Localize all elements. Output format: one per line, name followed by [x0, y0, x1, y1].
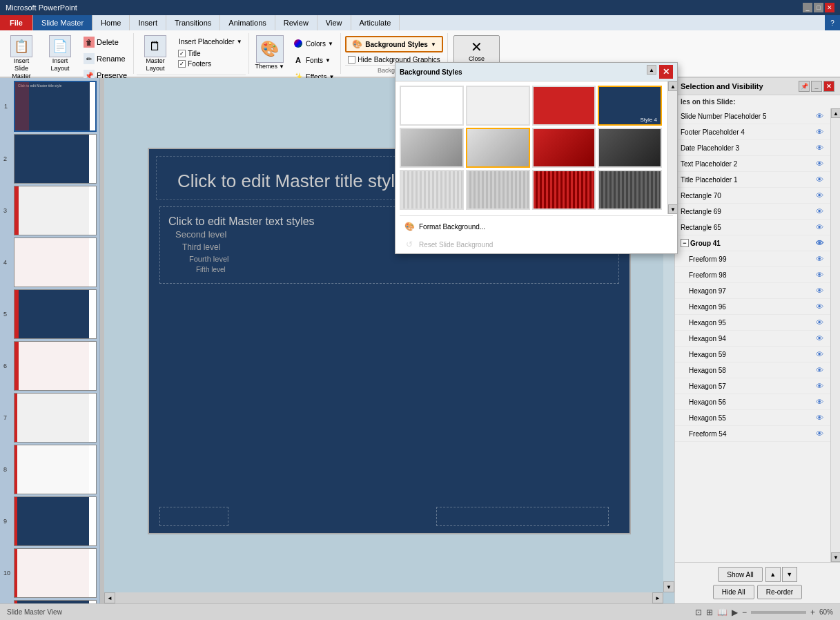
slide-thumb-8[interactable]: 8 — [14, 445, 97, 494]
insert-layout-button[interactable]: 📄 Insert Layout — [41, 33, 79, 75]
layer-item-slide-num[interactable]: Slide Number Placeholder 5 👁 — [675, 108, 830, 124]
format-background-item[interactable]: 🎨 Format Background... — [395, 217, 677, 235]
rename-button[interactable]: ✏ Rename — [80, 51, 130, 66]
visibility-eye-11[interactable]: 👁 — [814, 285, 825, 296]
visibility-eye-13[interactable]: 👁 — [814, 317, 825, 328]
visibility-eye-17[interactable]: 👁 — [814, 380, 825, 391]
visibility-eye-14[interactable]: 👁 — [814, 333, 825, 344]
layer-down-button[interactable]: ▼ — [782, 567, 797, 582]
layer-item-hex97[interactable]: Hexagon 97 👁 — [675, 283, 830, 299]
slide-thumb-6[interactable]: 6 — [14, 341, 97, 391]
themes-button[interactable]: 🎨 Themes ▼ — [252, 33, 288, 72]
view-slideshow-btn[interactable]: ▶ — [732, 608, 738, 617]
visibility-eye-8[interactable]: 👁 — [814, 238, 825, 249]
panel-close-btn[interactable]: ✕ — [823, 81, 834, 92]
tab-animations[interactable]: Animations — [220, 15, 275, 30]
tab-insert[interactable]: Insert — [130, 15, 166, 30]
slide-thumb-9[interactable]: 9 — [14, 496, 97, 546]
background-styles-button[interactable]: 🎨 Background Styles ▼ — [345, 36, 443, 52]
tab-slide-master[interactable]: Slide Master — [33, 15, 92, 30]
slide-thumb-3[interactable]: 3 — [14, 186, 97, 235]
master-layout-button[interactable]: 🗒 Master Layout — [137, 33, 174, 75]
visibility-eye-6[interactable]: 👁 — [814, 206, 825, 217]
layer-item-title-ph[interactable]: Title Placeholder 1 👁 — [675, 172, 830, 188]
bg-vscroll-down[interactable]: ▼ — [668, 204, 678, 214]
layer-item-group41[interactable]: − Group 41 👁 — [675, 235, 830, 251]
visibility-eye-19[interactable]: 👁 — [814, 412, 825, 423]
layer-item-hex55[interactable]: Hexagon 55 👁 — [675, 410, 830, 426]
insert-placeholder-button[interactable]: Insert Placeholder ▼ — [175, 36, 246, 48]
view-normal-btn[interactable]: ⊡ — [695, 608, 702, 617]
visibility-eye-12[interactable]: 👁 — [814, 301, 825, 312]
tab-home[interactable]: Home — [92, 15, 130, 30]
bg-swatch-9[interactable] — [400, 170, 464, 210]
bg-swatch-3[interactable] — [532, 86, 596, 126]
date-placeholder[interactable] — [159, 507, 228, 526]
visibility-eye-7[interactable]: 👁 — [814, 222, 825, 233]
layer-item-date[interactable]: Date Placeholder 3 👁 — [675, 140, 830, 156]
bg-swatch-6[interactable] — [466, 128, 530, 168]
layer-item-ff98[interactable]: Freeform 98 👁 — [675, 267, 830, 283]
slide-thumb-2[interactable]: 2 — [14, 134, 97, 184]
bg-close-btn[interactable]: ✕ — [659, 65, 673, 79]
bg-scroll-up-btn[interactable]: ▲ — [647, 65, 656, 75]
help-btn[interactable]: ? — [825, 15, 840, 30]
layer-item-rect70[interactable]: Rectangle 70 👁 — [675, 188, 830, 204]
layer-item-footer[interactable]: Footer Placeholder 4 👁 — [675, 124, 830, 140]
zoom-plus[interactable]: + — [810, 608, 815, 617]
bg-swatch-12[interactable] — [598, 170, 662, 210]
visibility-eye-15[interactable]: 👁 — [814, 349, 825, 360]
layer-item-hex56[interactable]: Hexagon 56 👁 — [675, 394, 830, 410]
slide-thumb-4[interactable]: 4 — [14, 238, 97, 287]
hscroll-right-btn[interactable]: ► — [652, 592, 663, 603]
slide-thumb-10[interactable]: 10 — [14, 548, 97, 598]
visibility-eye-16[interactable]: 👁 — [814, 365, 825, 376]
tab-view[interactable]: View — [318, 15, 351, 30]
layer-item-hex96[interactable]: Hexagon 96 👁 — [675, 299, 830, 315]
title-checkbox[interactable]: ✓ Title — [175, 49, 246, 58]
layer-item-ff99[interactable]: Freeform 99 👁 — [675, 251, 830, 267]
group-expand-icon[interactable]: − — [681, 239, 689, 247]
layer-item-hex95[interactable]: Hexagon 95 👁 — [675, 315, 830, 331]
visibility-eye-0[interactable]: 👁 — [814, 110, 825, 122]
tab-articulate[interactable]: Articulate — [351, 15, 400, 30]
slide-thumb-5[interactable]: 5 — [14, 289, 97, 339]
layer-item-text-ph[interactable]: Text Placeholder 2 👁 — [675, 156, 830, 172]
visibility-eye-4[interactable]: 👁 — [814, 174, 825, 185]
tab-review[interactable]: Review — [275, 15, 318, 30]
footers-checkbox[interactable]: ✓ Footers — [175, 59, 246, 68]
bg-vscroll-up[interactable]: ▲ — [668, 81, 678, 91]
zoom-slider[interactable] — [751, 611, 806, 614]
maximize-btn[interactable]: □ — [814, 3, 823, 12]
visibility-eye-3[interactable]: 👁 — [814, 158, 825, 169]
bg-swatch-1[interactable] — [400, 86, 464, 126]
show-all-button[interactable]: Show All — [718, 567, 762, 582]
bg-swatch-7[interactable] — [532, 128, 596, 168]
bg-swatch-10[interactable] — [466, 170, 530, 210]
hide-all-button[interactable]: Hide All — [713, 585, 754, 599]
panel-vscroll-up[interactable]: ▲ — [831, 108, 840, 118]
layer-item-hex57[interactable]: Hexagon 57 👁 — [675, 378, 830, 394]
footer-placeholder[interactable] — [436, 507, 609, 526]
layer-item-rect65[interactable]: Rectangle 65 👁 — [675, 220, 830, 235]
panel-vscroll-down[interactable]: ▼ — [831, 552, 840, 562]
layer-item-hex58[interactable]: Hexagon 58 👁 — [675, 362, 830, 378]
bg-swatch-11[interactable] — [532, 170, 596, 210]
hscroll-left-btn[interactable]: ◄ — [104, 592, 115, 603]
layer-item-ff54[interactable]: Freeform 54 👁 — [675, 426, 830, 442]
bg-swatch-4[interactable]: Style 4 — [598, 86, 662, 126]
vscroll-down-btn[interactable]: ▼ — [663, 581, 674, 592]
tab-file[interactable]: File — [0, 15, 33, 30]
bg-swatch-2[interactable] — [466, 86, 530, 126]
reorder-button[interactable]: Re-order — [757, 585, 802, 599]
bg-swatch-5[interactable] — [400, 128, 464, 168]
slide-thumb-1[interactable]: 1 Click to edit Master title style — [14, 81, 97, 132]
visibility-eye-5[interactable]: 👁 — [814, 190, 825, 201]
fonts-button[interactable]: A Fonts ▼ — [289, 52, 338, 68]
layer-item-rect69[interactable]: Rectangle 69 👁 — [675, 204, 830, 220]
visibility-eye-18[interactable]: 👁 — [814, 396, 825, 407]
view-slide-sorter-btn[interactable]: ⊞ — [706, 608, 713, 617]
visibility-eye-9[interactable]: 👁 — [814, 253, 825, 264]
visibility-eye-10[interactable]: 👁 — [814, 269, 825, 280]
panel-minimize-btn[interactable]: _ — [811, 81, 822, 92]
